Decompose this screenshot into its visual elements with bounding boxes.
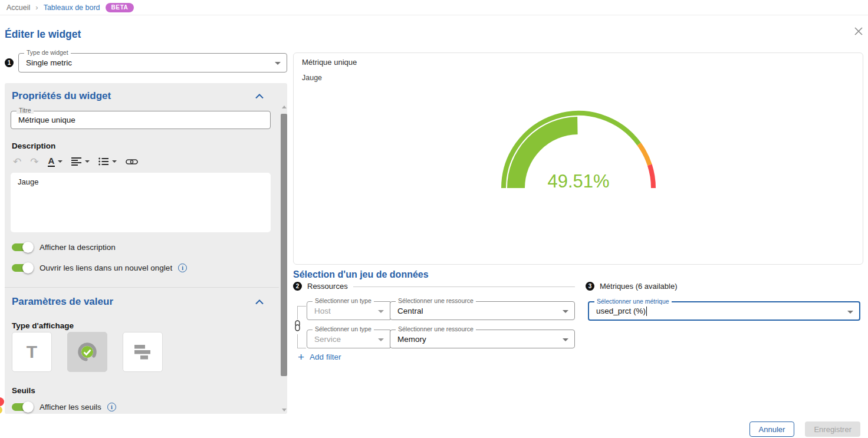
chevron-down-icon <box>378 310 384 313</box>
add-filter-button[interactable]: + Add filter <box>298 353 341 361</box>
display-type-bars-button[interactable] <box>123 332 163 372</box>
chevron-down-icon <box>85 160 90 163</box>
resources-group-label: 2 Ressources <box>293 281 575 291</box>
open-links-toggle[interactable] <box>12 262 34 274</box>
resource-select[interactable]: Sélectionner une ressource Central <box>390 301 575 320</box>
open-links-row: Ouvrir les liens dans un nouvel onglet i <box>12 262 187 274</box>
plus-icon: + <box>298 353 304 361</box>
title-input-value: Métrique unique <box>18 116 75 124</box>
metric-select-value: used_prct (%) <box>596 307 646 315</box>
breadcrumb: Accueil › Tableaux de bord BETA <box>0 0 868 15</box>
info-icon[interactable]: i <box>178 264 187 272</box>
text-color-button[interactable]: A <box>48 156 63 167</box>
resource-select-label: Sélectionner une ressource <box>396 326 476 332</box>
title-input[interactable]: Titre Métrique unique <box>11 111 271 129</box>
page-title: Éditer le widget <box>5 28 81 41</box>
cancel-button[interactable]: Annuler <box>749 421 795 437</box>
chevron-down-icon <box>58 160 63 163</box>
modal-footer: Annuler Enregistrer <box>749 421 860 437</box>
resource-type-value: Host <box>314 307 331 315</box>
show-description-row: Afficher la description <box>12 241 116 253</box>
align-left-icon <box>71 157 82 166</box>
align-button[interactable] <box>71 157 90 166</box>
resource-select-value: Memory <box>397 335 426 344</box>
resource-type-label: Sélectionner un type <box>313 298 374 304</box>
redo-icon[interactable]: ↷ <box>30 156 38 168</box>
link-icon <box>126 159 138 165</box>
gauge-ring-critical <box>649 165 653 188</box>
chevron-down-icon <box>275 62 281 65</box>
text-color-icon: A <box>48 156 55 167</box>
display-type-label: Type d'affichage <box>12 321 74 330</box>
resource-type-value: Service <box>314 335 341 344</box>
link-button[interactable] <box>126 159 138 165</box>
show-description-label: Afficher la description <box>40 243 116 252</box>
list-button[interactable] <box>98 157 117 166</box>
widget-preview-panel: Métrique unique Jauge 49.51% <box>293 52 863 265</box>
info-icon[interactable]: i <box>107 403 116 411</box>
properties-section-header: Propriétés du widget <box>12 90 264 102</box>
title-input-label: Titre <box>17 107 34 114</box>
show-thresholds-row: Afficher les seuils i <box>12 401 116 413</box>
resources-rule <box>353 286 575 287</box>
bar-chart-icon <box>133 343 153 361</box>
chevron-down-icon <box>563 310 568 313</box>
widget-type-value: Single metric <box>26 58 72 67</box>
section-divider <box>5 287 279 288</box>
metric-select-label: Sélectionner une métrique <box>594 298 672 305</box>
beta-badge: BETA <box>106 3 134 12</box>
gauge-display-icon <box>76 341 98 363</box>
breadcrumb-dashboards-link[interactable]: Tableaux de bord <box>44 4 100 12</box>
resource-type-select[interactable]: Sélectionner un type Host <box>307 301 390 320</box>
text-display-icon: T <box>27 342 37 362</box>
scroll-up-icon[interactable] <box>282 106 287 108</box>
add-filter-label: Add filter <box>310 353 341 361</box>
close-icon[interactable] <box>853 27 864 37</box>
scrollbar[interactable] <box>281 106 287 411</box>
metrics-label: Métriques (6 available) <box>600 282 678 291</box>
widget-type-select[interactable]: Type de widget Single metric <box>18 53 287 73</box>
widget-type-row: 1 Type de widget Single metric <box>5 52 287 73</box>
gauge-value-label: 49.51% <box>547 171 609 192</box>
resource-row: Sélectionner un type Host Sélectionner u… <box>307 301 575 320</box>
edit-widget-modal: Éditer le widget 1 Type de widget Single… <box>0 15 868 438</box>
breadcrumb-home-link[interactable]: Accueil <box>6 4 30 12</box>
dataset-heading: Sélection d'un jeu de données <box>293 269 429 280</box>
chevron-down-icon <box>847 311 853 314</box>
settings-panel: Propriétés du widget Titre Métrique uniq… <box>5 83 287 414</box>
chevron-up-icon[interactable] <box>255 297 264 307</box>
properties-heading: Propriétés du widget <box>12 90 111 102</box>
step-1-badge: 1 <box>5 58 14 67</box>
preview-title: Métrique unique <box>302 58 357 67</box>
open-links-label: Ouvrir les liens dans un nouvel onglet <box>40 264 172 272</box>
red-swatch-sliver <box>0 397 4 406</box>
resource-row: Sélectionner un type Service Sélectionne… <box>307 330 575 348</box>
resource-type-label: Sélectionner un type <box>313 326 374 332</box>
undo-icon[interactable]: ↶ <box>13 156 21 168</box>
display-type-gauge-button[interactable] <box>67 332 107 372</box>
resource-type-select[interactable]: Sélectionner un type Service <box>307 330 390 348</box>
step-2-badge: 2 <box>293 282 302 291</box>
step-3-badge: 3 <box>586 282 594 291</box>
gauge-chart: 49.51% <box>490 106 667 195</box>
save-button[interactable]: Enregistrer <box>805 421 860 437</box>
scroll-down-icon[interactable] <box>282 409 287 411</box>
value-settings-header: Paramètres de valeur <box>12 296 264 308</box>
chevron-up-icon[interactable] <box>255 91 264 101</box>
settings-column: 1 Type de widget Single metric Propriété… <box>5 52 287 414</box>
chevron-right-icon: › <box>35 3 38 12</box>
resource-select-label: Sélectionner une ressource <box>396 298 476 304</box>
metric-select[interactable]: Sélectionner une métrique used_prct (%) <box>588 301 860 321</box>
scrollbar-thumb[interactable] <box>281 114 287 376</box>
text-cursor <box>646 307 647 316</box>
display-type-text-button[interactable]: T <box>12 332 52 372</box>
description-textarea[interactable]: Jauge <box>11 173 271 232</box>
display-type-buttons: T <box>12 332 163 372</box>
show-description-toggle[interactable] <box>12 242 34 253</box>
thresholds-label: Seuils <box>12 386 35 395</box>
show-thresholds-toggle[interactable] <box>12 401 34 413</box>
bullet-list-icon <box>98 157 109 166</box>
resource-select[interactable]: Sélectionner une ressource Memory <box>390 330 575 348</box>
value-settings-heading: Paramètres de valeur <box>12 296 113 308</box>
description-toolbar: ↶ ↷ A <box>13 154 138 169</box>
